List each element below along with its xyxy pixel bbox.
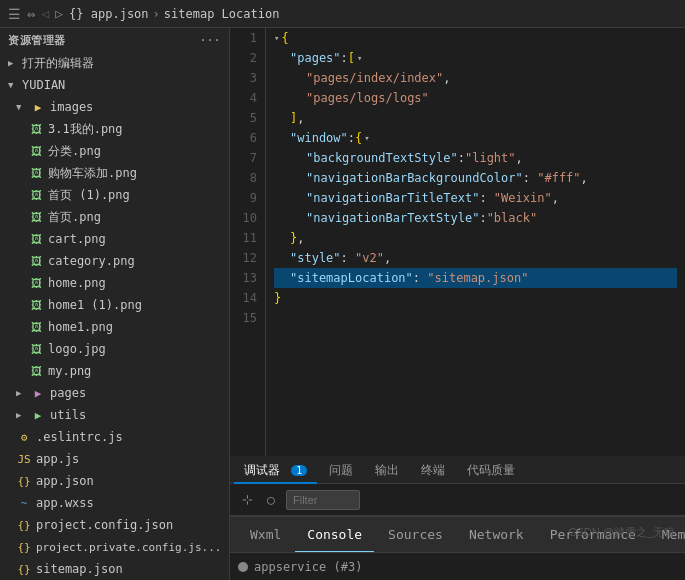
devtools-tab-network[interactable]: Network xyxy=(457,517,536,553)
project-label: project.config.json xyxy=(36,518,173,532)
breadcrumb-separator: › xyxy=(153,7,160,21)
sidebar-item-img12[interactable]: 🖼 my.png xyxy=(0,360,229,382)
line-numbers: 1 2 3 4 5 6 7 8 9 10 11 12 13 14 15 xyxy=(230,28,266,456)
sidebar-item-yudian[interactable]: ▼ YUDIAN xyxy=(0,74,229,96)
code-line-15 xyxy=(274,308,677,328)
sidebar-item-img1[interactable]: 🖼 3.1我的.png xyxy=(0,118,229,140)
ln-8: 8 xyxy=(238,168,257,188)
sidebar-item-eslint[interactable]: ⚙ .eslintrc.js xyxy=(0,426,229,448)
sidebar-item-img8[interactable]: 🖼 home.png xyxy=(0,272,229,294)
code-colon: : xyxy=(523,168,537,188)
sidebar-title: 资源管理器 xyxy=(8,33,66,48)
tab-terminal[interactable]: 终端 xyxy=(411,456,455,484)
tab-quality[interactable]: 代码质量 xyxy=(457,456,525,484)
code-key: "navigationBarTitleText" xyxy=(306,188,479,208)
menu-icon[interactable]: ☰ xyxy=(8,6,21,22)
wxss-icon: ~ xyxy=(16,497,32,510)
code-line-4: "pages/logs/logs" xyxy=(274,88,677,108)
breadcrumb-location[interactable]: sitemap Location xyxy=(164,7,280,21)
toolbar-icon-circle[interactable]: ○ xyxy=(262,491,280,509)
sidebar-item-pages[interactable]: ▶ ▶ pages xyxy=(0,382,229,404)
split-icon[interactable]: ⇔ xyxy=(27,6,35,22)
image-file-icon: 🖼 xyxy=(28,343,44,356)
back-icon[interactable]: ◁ xyxy=(41,6,49,21)
img6-label: cart.png xyxy=(48,232,106,246)
sidebar-item-appwxss[interactable]: ~ app.wxss xyxy=(0,492,229,514)
devtools-tab-sources[interactable]: Sources xyxy=(376,517,455,553)
filter-input[interactable] xyxy=(293,494,353,506)
image-file-icon: 🖼 xyxy=(28,145,44,158)
tab-quality-label: 代码质量 xyxy=(467,463,515,477)
sidebar-item-project[interactable]: {} project.config.json xyxy=(0,514,229,536)
projectprivate-label: project.private.config.js... xyxy=(36,541,221,554)
sidebar-item-img5[interactable]: 🖼 首页.png xyxy=(0,206,229,228)
json-icon: {} xyxy=(16,563,32,576)
img1-label: 3.1我的.png xyxy=(48,121,123,138)
more-icon[interactable]: ··· xyxy=(200,34,221,47)
code-colon: : xyxy=(348,128,355,148)
devtools-tab-console[interactable]: Console xyxy=(295,517,374,553)
sidebar-item-appjs[interactable]: JS app.js xyxy=(0,448,229,470)
image-file-icon: 🖼 xyxy=(28,321,44,334)
code-string: "Weixin" xyxy=(494,188,552,208)
code-bracket: ] xyxy=(290,108,297,128)
ln-13: 13 xyxy=(238,268,257,288)
tab-debugger-badge: 1 xyxy=(291,465,307,476)
toolbar-icon-cursor[interactable]: ⊹ xyxy=(238,491,256,509)
sidebar-item-img9[interactable]: 🖼 home1 (1).png xyxy=(0,294,229,316)
sidebar-item-img2[interactable]: 🖼 分类.png xyxy=(0,140,229,162)
appjson-label: app.json xyxy=(36,474,94,488)
sidebar-item-sitemap[interactable]: {} sitemap.json xyxy=(0,558,229,580)
code-line-2: "pages" : [ ▾ xyxy=(274,48,677,68)
sidebar-item-open-editors[interactable]: ▶ 打开的编辑器 xyxy=(0,52,229,74)
ln-12: 12 xyxy=(238,248,257,268)
code-string: "black" xyxy=(487,208,538,228)
tab-issues[interactable]: 问题 xyxy=(319,456,363,484)
code-container: 1 2 3 4 5 6 7 8 9 10 11 12 13 14 15 ▾ xyxy=(230,28,685,456)
sidebar-item-img3[interactable]: 🖼 购物车添加.png xyxy=(0,162,229,184)
sidebar-item-img7[interactable]: 🖼 category.png xyxy=(0,250,229,272)
img10-label: home1.png xyxy=(48,320,113,334)
code-string: "sitemap.json" xyxy=(427,268,528,288)
sidebar-item-img6[interactable]: 🖼 cart.png xyxy=(0,228,229,250)
sidebar: 资源管理器 ··· ▶ 打开的编辑器 ▼ YUDIAN ▼ ▶ images 🖼… xyxy=(0,28,230,580)
utils-folder-icon: ▶ xyxy=(30,409,46,422)
code-string: "light" xyxy=(465,148,516,168)
forward-icon[interactable]: ▷ xyxy=(55,6,63,21)
code-bracket: [ xyxy=(348,48,355,68)
arrow-yudian: ▼ xyxy=(8,80,18,90)
main-layout: 资源管理器 ··· ▶ 打开的编辑器 ▼ YUDIAN ▼ ▶ images 🖼… xyxy=(0,28,685,580)
tab-output[interactable]: 输出 xyxy=(365,456,409,484)
code-string: "pages/index/index" xyxy=(306,68,443,88)
image-file-icon: 🖼 xyxy=(28,299,44,312)
sidebar-item-projectprivate[interactable]: {} project.private.config.js... xyxy=(0,536,229,558)
sidebar-item-images[interactable]: ▼ ▶ images xyxy=(0,96,229,118)
arrow-open-editors: ▶ xyxy=(8,58,18,68)
code-comma: , xyxy=(297,108,304,128)
devtools-tab-wxml[interactable]: Wxml xyxy=(238,517,293,553)
breadcrumb-file[interactable]: {} app.json xyxy=(69,7,148,21)
sidebar-item-img11[interactable]: 🖼 logo.jpg xyxy=(0,338,229,360)
sidebar-item-appjson[interactable]: {} app.json xyxy=(0,470,229,492)
code-line-8: "navigationBarBackgroundColor" : "#fff" … xyxy=(274,168,677,188)
sidebar-header-icons[interactable]: ··· xyxy=(200,34,221,47)
ln-10: 10 xyxy=(238,208,257,228)
code-key: "sitemapLocation" xyxy=(290,268,413,288)
tab-terminal-label: 终端 xyxy=(421,463,445,477)
code-string: "pages/logs/logs" xyxy=(306,88,429,108)
devtools-network-label: Network xyxy=(469,527,524,542)
json-icon: {} xyxy=(16,475,32,488)
sidebar-item-utils[interactable]: ▶ ▶ utils xyxy=(0,404,229,426)
tab-debugger[interactable]: 调试器 1 xyxy=(234,456,317,484)
img9-label: home1 (1).png xyxy=(48,298,142,312)
appjs-label: app.js xyxy=(36,452,79,466)
code-key: "navigationBarBackgroundColor" xyxy=(306,168,523,188)
code-string: "#fff" xyxy=(537,168,580,188)
filter-input-wrapper[interactable] xyxy=(286,490,360,510)
code-lines: ▾ { "pages" : [ ▾ "pages/index/index" , xyxy=(266,28,685,456)
image-file-icon: 🖼 xyxy=(28,255,44,268)
sidebar-header: 资源管理器 ··· xyxy=(0,28,229,52)
sidebar-item-img4[interactable]: 🖼 首页 (1).png xyxy=(0,184,229,206)
sidebar-item-img10[interactable]: 🖼 home1.png xyxy=(0,316,229,338)
img4-label: 首页 (1).png xyxy=(48,187,130,204)
